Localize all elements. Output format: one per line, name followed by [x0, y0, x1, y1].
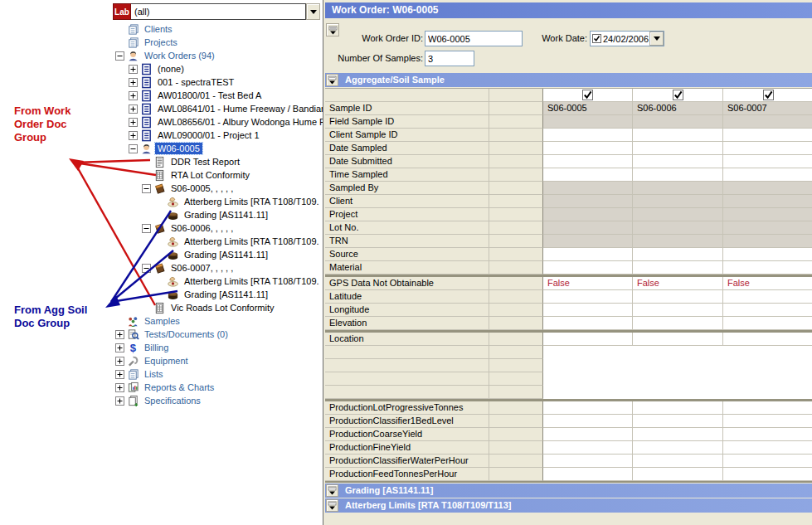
data-cell[interactable]: S06-0006	[633, 102, 723, 115]
data-cell[interactable]	[723, 129, 812, 142]
work-date-dropdown-button[interactable]	[649, 32, 664, 46]
tree-item-grading-as1141-11[interactable]: Grading [AS1141.11]	[0, 248, 323, 261]
data-cell[interactable]	[723, 115, 812, 129]
tree-item-label[interactable]: AWL08656/01 - Albury Wodonga Hume F	[155, 116, 323, 128]
data-cell[interactable]	[723, 455, 812, 468]
tree-item-label[interactable]: Atterberg Limits [RTA T108/T109.	[182, 196, 322, 207]
tree-item-label[interactable]: 001 - spectraTEST	[155, 76, 236, 88]
data-cell[interactable]	[633, 221, 723, 235]
tree-item-label[interactable]: RTA Lot Conformity	[168, 169, 252, 181]
tree-item-label[interactable]: Tests/Documents (0)	[142, 328, 231, 340]
tree-item-s06-0007[interactable]: S06-0007, , , , ,	[0, 261, 323, 275]
data-cell[interactable]	[723, 208, 812, 221]
tree-item-none[interactable]: (none)	[0, 62, 323, 75]
data-cell[interactable]	[633, 208, 723, 221]
tree-item-clients[interactable]: Clients	[0, 22, 323, 36]
work-date-picker[interactable]: 24/02/2006	[590, 31, 664, 46]
expand-slot[interactable]	[129, 115, 139, 129]
tree-item-label[interactable]: Lists	[142, 368, 166, 380]
tree-item-rta-lot-conformity[interactable]: RTA Lot Conformity	[0, 168, 323, 182]
data-cell[interactable]	[633, 195, 723, 208]
data-cell[interactable]	[633, 115, 723, 129]
column-select-cell[interactable]	[723, 89, 812, 102]
data-cell[interactable]	[723, 182, 812, 195]
expand-slot[interactable]	[129, 102, 139, 115]
section-grading[interactable]: Grading [AS1141.11]	[325, 484, 812, 498]
data-cell[interactable]	[543, 208, 633, 221]
tree-item-label[interactable]: Grading [AS1141.11]	[182, 209, 270, 221]
data-cell[interactable]	[543, 415, 633, 428]
expand-slot[interactable]	[142, 182, 153, 195]
data-cell[interactable]	[543, 261, 633, 275]
tree-item-specifications[interactable]: Specifications	[0, 394, 323, 407]
data-cell[interactable]	[633, 168, 723, 182]
tree-item-label[interactable]: W06-0005	[155, 143, 202, 154]
expand-slot[interactable]	[115, 394, 126, 407]
data-cell[interactable]: S06-0007	[723, 102, 812, 115]
data-cell[interactable]	[543, 455, 633, 468]
data-cell[interactable]	[633, 235, 723, 248]
data-cell[interactable]	[543, 195, 633, 208]
tree-item-grading-as1141-11[interactable]: Grading [AS1141.11]	[0, 288, 323, 301]
data-cell[interactable]	[723, 261, 812, 275]
data-cell[interactable]	[723, 235, 812, 248]
tree-item-label[interactable]: Samples	[142, 315, 182, 327]
expand-slot[interactable]	[129, 142, 139, 155]
data-cell[interactable]	[543, 428, 633, 441]
tree-item-equipment[interactable]: Equipment	[0, 354, 323, 367]
tree-item-label[interactable]: Clients	[142, 23, 175, 35]
column-checkbox[interactable]	[763, 90, 774, 100]
lab-filter-value[interactable]: (all)	[131, 3, 306, 20]
collapse-toggle[interactable]	[115, 51, 124, 61]
tree-item-atterberg-limits-rta-t108-t1[interactable]: Atterberg Limits [RTA T108/T109.	[0, 195, 323, 208]
data-cell[interactable]: False	[723, 277, 812, 290]
tree-item-billing[interactable]: $Billing	[0, 341, 323, 354]
tree-item-reports-charts[interactable]: Reports & Charts	[0, 381, 323, 394]
form-collapse-button[interactable]	[326, 23, 339, 36]
expand-slot[interactable]	[115, 49, 126, 62]
tree-item-grading-as1141-11[interactable]: Grading [AS1141.11]	[0, 208, 323, 221]
section-collapse-button[interactable]	[326, 484, 338, 497]
data-cell[interactable]	[543, 142, 633, 155]
tree-item-label[interactable]: Atterberg Limits [RTA T108/T109.	[182, 275, 322, 287]
column-select-cell[interactable]	[633, 89, 723, 102]
data-cell[interactable]	[633, 441, 723, 455]
expand-slot[interactable]	[115, 381, 126, 394]
tree-item-s06-0006[interactable]: S06-0006, , , , ,	[0, 221, 323, 235]
expand-toggle[interactable]	[129, 78, 138, 87]
data-cell[interactable]	[723, 221, 812, 235]
collapse-toggle[interactable]	[142, 264, 151, 273]
data-cell[interactable]	[633, 333, 723, 346]
data-cell[interactable]	[543, 182, 633, 195]
data-cell[interactable]	[723, 441, 812, 455]
tree-item-label[interactable]: AW01800/01 - Test Bed A	[155, 90, 264, 101]
work-order-id-input[interactable]	[425, 31, 523, 46]
tree-item-label[interactable]: Specifications	[142, 395, 203, 406]
data-cell[interactable]	[543, 115, 633, 129]
tree-item-label[interactable]: Vic Roads Lot Conformity	[168, 302, 277, 314]
data-cell[interactable]	[543, 248, 633, 261]
data-cell[interactable]	[723, 248, 812, 261]
data-cell[interactable]	[723, 155, 812, 168]
expand-slot[interactable]	[142, 221, 153, 235]
expand-toggle[interactable]	[129, 118, 138, 127]
tree-item-label[interactable]: Grading [AS1141.11]	[182, 289, 270, 300]
tree-item-label[interactable]: DDR Test Report	[168, 156, 242, 168]
data-cell[interactable]	[633, 290, 723, 304]
tree-item-001-spectratest[interactable]: 001 - spectraTEST	[0, 75, 323, 89]
section-collapse-button[interactable]	[326, 499, 338, 512]
collapse-toggle[interactable]	[142, 184, 151, 193]
expand-slot[interactable]	[115, 341, 126, 354]
lab-filter-dropdown-button[interactable]	[306, 3, 320, 20]
expand-slot[interactable]	[115, 367, 126, 381]
number-of-samples-input[interactable]	[425, 51, 474, 66]
expand-toggle[interactable]	[129, 91, 138, 100]
expand-slot[interactable]	[142, 261, 153, 275]
expand-toggle[interactable]	[115, 343, 124, 352]
tree-item-ddr-test-report[interactable]: DDR Test Report	[0, 155, 323, 168]
data-cell[interactable]	[633, 317, 723, 330]
data-cell[interactable]	[633, 129, 723, 142]
data-cell[interactable]	[543, 155, 633, 168]
data-cell[interactable]: False	[633, 277, 723, 290]
tree-item-label[interactable]: Billing	[142, 342, 171, 353]
